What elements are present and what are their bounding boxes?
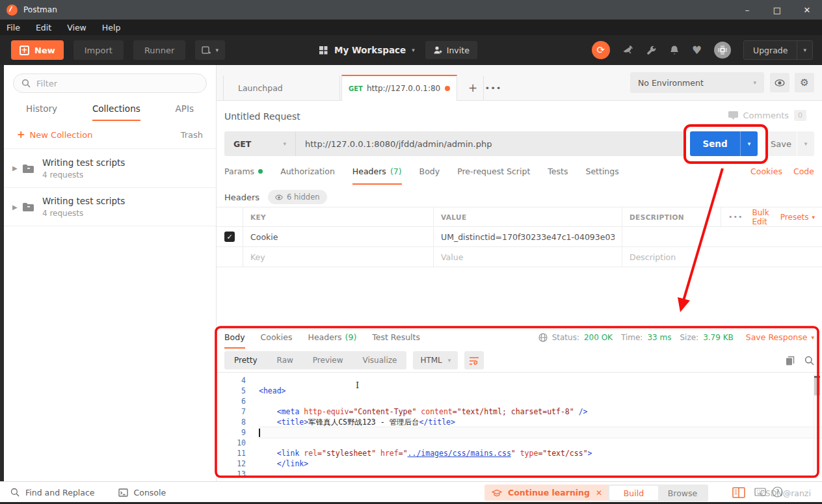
maximize-button[interactable]: □	[762, 0, 792, 20]
open-new-tab-button[interactable]: +	[464, 75, 482, 100]
request-title[interactable]: Untitled Request	[224, 111, 300, 122]
tab-response-cookies[interactable]: Cookies	[261, 332, 293, 349]
copy-icon[interactable]	[786, 356, 795, 365]
menu-file[interactable]: File	[7, 23, 20, 33]
tab-headers[interactable]: Headers (7)	[352, 166, 402, 185]
close-button[interactable]: ✕	[792, 0, 822, 20]
view-raw[interactable]: Raw	[267, 351, 303, 369]
code-link[interactable]: Code	[793, 166, 814, 176]
tab-test-results[interactable]: Test Results	[372, 332, 420, 349]
header-value-cell[interactable]: UM_distinctid=170f30233e47c1-04093e03cce…	[441, 232, 615, 242]
upgrade-button[interactable]: Upgrade ▾	[743, 40, 813, 60]
search-icon[interactable]	[804, 356, 814, 365]
url-input[interactable]: http://127.0.0.1:8080/jfdd/admin/admin.p…	[296, 131, 685, 156]
runner-button[interactable]: Runner	[133, 40, 186, 60]
workspace-switcher[interactable]: My Workspace ▾	[319, 45, 415, 55]
collection-item[interactable]: ▶ Writing test scripts 4 requests	[4, 148, 216, 187]
tab-apis[interactable]: APIs	[176, 103, 194, 121]
presets-dropdown[interactable]: Presets ▾	[780, 213, 815, 222]
menu-help[interactable]: Help	[102, 23, 121, 33]
console-button[interactable]: Console	[118, 488, 166, 497]
tab-authorization[interactable]: Authorization	[280, 166, 335, 185]
tab-tests[interactable]: Tests	[548, 166, 568, 185]
new-window-button[interactable]: ▾	[195, 40, 225, 60]
settings-wrench-icon[interactable]	[646, 45, 657, 56]
interceptor-icon[interactable]	[714, 42, 731, 59]
invite-button[interactable]: Invite	[425, 41, 477, 59]
tab-prerequest[interactable]: Pre-request Script	[457, 166, 530, 185]
menu-view[interactable]: View	[67, 23, 86, 33]
cookies-link[interactable]: Cookies	[750, 166, 782, 176]
hidden-headers-toggle[interactable]: 6 hidden	[268, 190, 326, 204]
tab-params[interactable]: Params	[224, 166, 263, 185]
collection-name: Writing test scripts	[42, 196, 125, 206]
method-selector[interactable]: GET ▾	[224, 131, 296, 156]
environment-settings-button[interactable]: ⚙	[795, 73, 814, 92]
menu-edit[interactable]: Edit	[36, 23, 51, 33]
scrollbar-track[interactable]	[814, 374, 820, 476]
two-pane-view-icon[interactable]	[732, 487, 745, 498]
table-row-new[interactable]: Key Value Description	[217, 247, 822, 267]
scrollbar-thumb[interactable]	[814, 376, 820, 395]
format-selector[interactable]: HTML ▾	[413, 351, 458, 369]
globe-icon[interactable]	[538, 333, 548, 342]
tab-active-request[interactable]: GET http://127.0.0.1:8080/jfdd/admi...	[341, 75, 457, 101]
row-checkbox[interactable]: ✓	[224, 232, 235, 242]
filter-input-wrap[interactable]	[13, 73, 207, 93]
comments-button[interactable]: Comments 0	[728, 110, 806, 121]
close-icon[interactable]: ✕	[596, 488, 602, 497]
import-button[interactable]: Import	[73, 40, 124, 60]
sync-status-icon[interactable]: ⟳	[592, 41, 610, 59]
collection-item[interactable]: ▶ Writing test scripts 4 requests	[4, 187, 216, 226]
table-row[interactable]: ✓ Cookie UM_distinctid=170f30233e47c1-04…	[217, 227, 822, 247]
new-button[interactable]: + New	[11, 40, 64, 60]
code-lines[interactable]: <head> <meta http-equiv="Content-Type" c…	[254, 373, 822, 478]
environment-selector[interactable]: No Environment ▾	[630, 72, 764, 93]
tab-body[interactable]: Body	[419, 166, 440, 185]
heart-icon[interactable]: ♥	[692, 44, 702, 57]
notifications-bell-icon[interactable]	[669, 45, 680, 56]
browse-mode-button[interactable]: Browse	[658, 486, 707, 500]
send-options-dropdown[interactable]: ▾	[740, 131, 758, 156]
upgrade-dropdown[interactable]: ▾	[797, 41, 812, 59]
chevron-right-icon[interactable]: ▶	[12, 204, 23, 211]
code-gutter: 45678910111213	[217, 373, 254, 478]
value-placeholder[interactable]: Value	[441, 252, 463, 262]
wrap-lines-button[interactable]	[464, 351, 484, 369]
environment-quicklook-button[interactable]	[770, 73, 789, 92]
column-options-button[interactable]: •••	[728, 213, 743, 221]
find-replace-button[interactable]: Find and Replace	[10, 488, 95, 497]
new-collection-button[interactable]: + New Collection	[17, 129, 92, 140]
send-button[interactable]: Send ▾	[690, 131, 758, 156]
bulk-edit-link[interactable]: Bulk Edit	[752, 208, 771, 226]
key-placeholder[interactable]: Key	[250, 252, 265, 262]
tab-collections[interactable]: Collections	[92, 103, 140, 121]
tab-options-button[interactable]: •••	[483, 75, 503, 100]
save-options-dropdown[interactable]: ▾	[797, 131, 814, 156]
tab-settings[interactable]: Settings	[585, 166, 618, 185]
save-response-button[interactable]: Save Response ▾	[746, 332, 814, 342]
trash-button[interactable]: Trash	[181, 130, 203, 140]
filter-input[interactable]	[36, 79, 198, 88]
continue-learning-banner[interactable]: Continue learning ✕	[484, 484, 609, 501]
search-icon	[21, 79, 31, 88]
capture-requests-icon[interactable]	[622, 45, 633, 56]
view-mode-group: Pretty Raw Preview Visualize	[224, 351, 406, 369]
header-key-cell[interactable]: Cookie	[250, 232, 278, 242]
tab-history[interactable]: History	[26, 103, 57, 121]
chevron-down-icon: ▾	[412, 47, 415, 53]
tab-response-headers[interactable]: Headers (9)	[308, 332, 357, 349]
view-pretty[interactable]: Pretty	[224, 351, 267, 369]
view-visualize[interactable]: Visualize	[353, 351, 407, 369]
tab-launchpad[interactable]: Launchpad	[223, 75, 340, 100]
response-code-viewer[interactable]: 45678910111213 <head> <meta http-equiv="…	[217, 372, 822, 478]
description-placeholder[interactable]: Description	[630, 252, 676, 262]
view-preview[interactable]: Preview	[303, 351, 353, 369]
response-tabs: Body Cookies Headers (9) Test Results St…	[217, 327, 822, 349]
build-mode-button[interactable]: Build	[609, 486, 658, 500]
save-button[interactable]: Save	[765, 131, 797, 156]
chevron-right-icon[interactable]: ▶	[12, 165, 23, 172]
toolbar: + New Import Runner ▾ My Workspace ▾ Inv…	[0, 35, 822, 65]
minimize-button[interactable]: –	[732, 0, 762, 20]
tab-response-body[interactable]: Body	[224, 332, 245, 349]
